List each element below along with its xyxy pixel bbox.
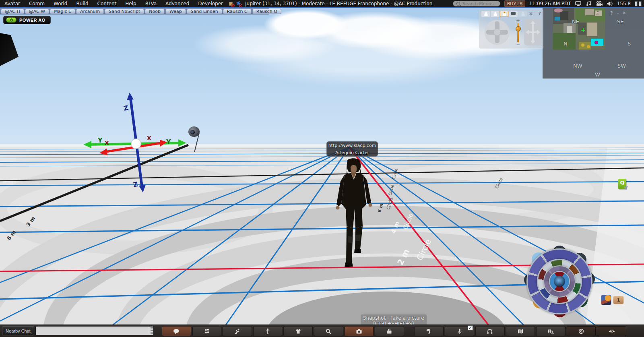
toolbar-spacer [405, 326, 413, 336]
volume-icon[interactable] [607, 1, 613, 6]
zoom-track[interactable] [517, 23, 519, 42]
avatar-arlequin-carter[interactable] [330, 157, 378, 276]
pan-view-button[interactable] [491, 11, 499, 17]
camera-controls-icon [578, 328, 584, 335]
search-menus-box[interactable] [453, 1, 500, 6]
menu-developer[interactable]: Developer [194, 1, 227, 6]
build-icon [426, 328, 432, 335]
toolbar-avatar-button[interactable] [253, 326, 283, 336]
zoom-out-label[interactable]: − [514, 43, 522, 47]
bottom-toolbar: Nearby Chat [0, 325, 644, 337]
minimap-view-frustum [591, 39, 603, 46]
tab-rausch-c[interactable]: Rausch C [223, 9, 252, 14]
toolbar-camera-controls-button[interactable] [567, 326, 596, 336]
window-bars-icon[interactable] [635, 1, 642, 6]
compass-sw: SW [617, 63, 626, 69]
zoom-in-label[interactable]: + [514, 19, 522, 23]
axis-label-z: Z [132, 180, 138, 189]
menu-avatar[interactable]: Avatar [0, 1, 25, 6]
chat-input[interactable] [36, 327, 153, 335]
webcam-prop[interactable] [188, 126, 204, 153]
mouselook-view-button[interactable] [500, 11, 508, 17]
toolbar-build-button[interactable] [415, 326, 444, 336]
build-muted-icon [228, 1, 234, 7]
location-bar[interactable]: Jupiter (31, 34, 3701) - Moderate - LE R… [245, 1, 432, 6]
nearby-chat-button[interactable]: Nearby Chat [2, 326, 34, 335]
edit-axis-gizmo[interactable]: Z Z Y Y X X [83, 92, 187, 193]
power-ao-button[interactable]: POWER AO [3, 16, 51, 24]
toolbar-world-map-button[interactable] [536, 326, 566, 336]
gizmo-center-handle[interactable] [131, 139, 141, 149]
toolbar-chat-button[interactable] [162, 326, 191, 336]
listen-icon [487, 328, 493, 335]
screen-view-button[interactable] [509, 11, 518, 17]
scripts-muted-icon [236, 1, 242, 7]
tab-noob[interactable]: Noob [145, 9, 165, 14]
tab-weap[interactable]: Weap [165, 9, 186, 14]
tab-ac-w[interactable]: @AC W [25, 9, 49, 14]
menu-rlva[interactable]: RLVa [141, 1, 161, 6]
music-icon[interactable] [586, 1, 592, 6]
media-icon[interactable] [575, 1, 582, 6]
toolbar-listen-button[interactable] [475, 326, 505, 336]
menu-help[interactable]: Help [121, 1, 140, 6]
chat-notification-toast[interactable]: 1 [601, 295, 624, 305]
hud-center-orb[interactable] [549, 271, 570, 292]
menu-build[interactable]: Build [72, 1, 93, 6]
menu-advanced[interactable]: Advanced [161, 1, 194, 6]
view-eye-icon [608, 328, 615, 335]
tab-ac-h[interactable]: @AC H [1, 9, 24, 14]
minimap-panel[interactable]: E NE SE N S NW SW W ? – ✕ [543, 8, 644, 79]
toolbar-map-button[interactable] [506, 326, 535, 336]
favorites-tab-bar: @AC H @AC W Magic E Arcanum Sand NoScrip… [0, 8, 269, 14]
snapshot-tooltip-line1: Snapshot - Take a picture [363, 315, 424, 321]
hud-q-badge[interactable]: Q [618, 179, 626, 189]
compass-se: SE [617, 19, 623, 25]
tab-rausch-o[interactable]: Rausch O [252, 9, 281, 14]
toolbar-search-button[interactable] [314, 326, 343, 336]
toolbar-inventory-button[interactable] [375, 326, 404, 336]
chat-input-field[interactable] [35, 326, 154, 335]
menu-comm[interactable]: Comm [25, 1, 49, 6]
toolbar-people-button[interactable] [192, 326, 222, 336]
tab-magic-e[interactable]: Magic E [50, 9, 75, 14]
toolbar-gestures-button[interactable] [223, 326, 252, 336]
tab-sand-noscript[interactable]: Sand NoScript [105, 9, 144, 14]
compass-s: S [627, 41, 631, 47]
toolbar-voice-button[interactable]: ✓ [445, 326, 474, 336]
world-map-icon [547, 328, 554, 335]
compass-nw: NW [573, 63, 582, 69]
buy-lindens-button[interactable]: BUY L$ [504, 0, 525, 7]
compass-e: E [596, 10, 599, 16]
toolbar-snapshot-button[interactable] [345, 326, 374, 336]
voice-enabled-checkbox[interactable]: ✓ [468, 325, 473, 331]
menu-world[interactable]: World [49, 1, 72, 6]
minimap-close-icon[interactable]: ✕ [622, 10, 626, 16]
tab-arcanum[interactable]: Arcanum [76, 9, 104, 14]
tab-sand-linden[interactable]: Sand Linden [187, 9, 222, 14]
compass-w: W [595, 72, 600, 78]
avatar-icon [264, 328, 271, 335]
camera-panel-close-icon[interactable]: ✕ [528, 11, 534, 17]
minimap-center-marker [581, 28, 585, 32]
toast-avatar-icon[interactable] [601, 295, 611, 305]
toast-count-badge[interactable]: 1 [613, 296, 624, 304]
minimap-minimize-icon[interactable]: – [617, 10, 619, 16]
search-menus-input[interactable] [462, 1, 498, 7]
hud-wheel[interactable] [526, 247, 593, 317]
axis-label-z: Z [123, 104, 129, 112]
toolbar-outfits-button[interactable] [283, 326, 313, 336]
minimap-help-icon[interactable]: ? [610, 10, 613, 16]
gestures-icon [234, 328, 240, 335]
axis-label-x: X [105, 140, 109, 146]
voice-camera-icon[interactable] [596, 1, 603, 6]
camera-panel-help-icon[interactable]: ? [539, 11, 541, 16]
orbit-view-button[interactable] [481, 11, 490, 17]
camera-zoom-slider[interactable]: + − [514, 19, 522, 48]
zoom-knob[interactable] [516, 26, 521, 31]
camera-pan-control[interactable] [524, 19, 542, 45]
toolbar-view-button[interactable] [597, 326, 626, 336]
camera-orbit-control[interactable] [485, 20, 510, 45]
menu-content[interactable]: Content [93, 1, 121, 6]
chat-resize-grip[interactable] [151, 327, 153, 335]
